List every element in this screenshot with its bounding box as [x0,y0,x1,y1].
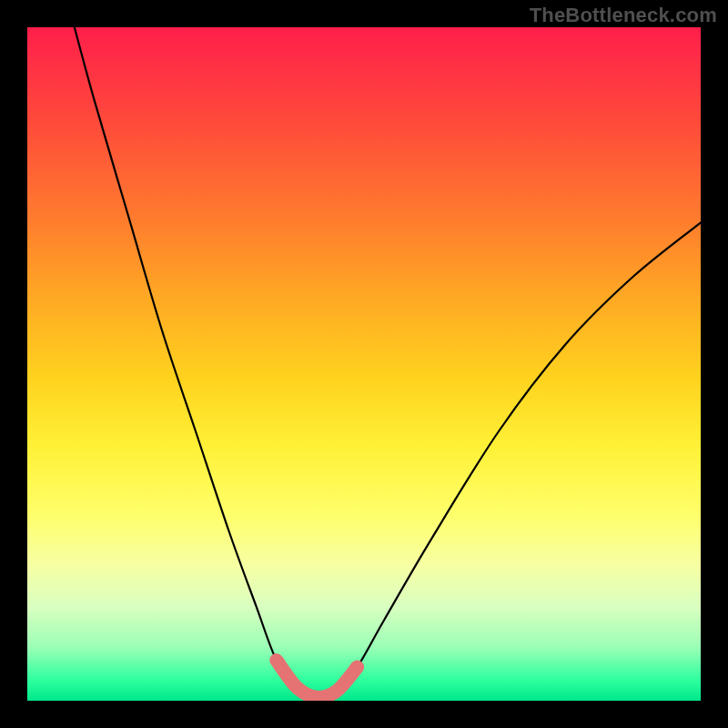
bottleneck-curve [75,27,701,697]
watermark-text: TheBottleneck.com [530,4,717,27]
highlight-segment [277,661,358,698]
gradient-plot-area [27,27,701,701]
chart-frame: TheBottleneck.com [0,0,728,728]
curve-layer [27,27,701,701]
